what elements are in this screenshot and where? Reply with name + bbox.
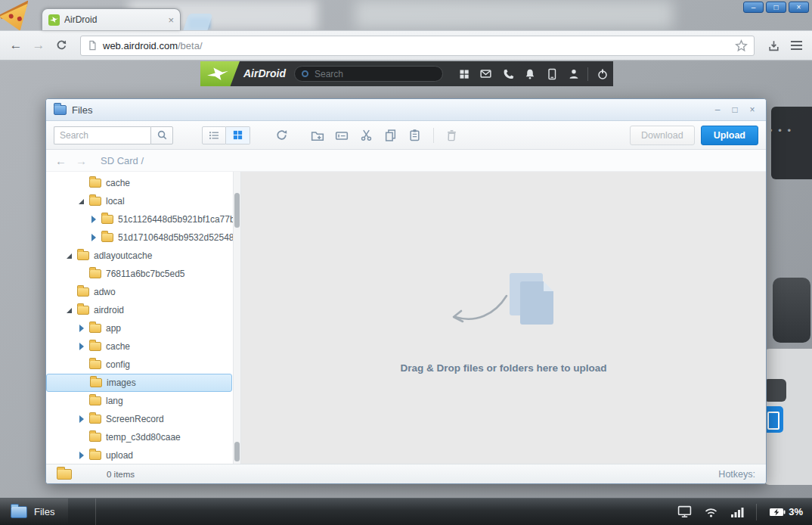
upload-button[interactable]: Upload xyxy=(701,126,758,145)
browser-downloads-button[interactable] xyxy=(764,36,783,55)
grid-view-button[interactable] xyxy=(226,126,250,144)
files-window-title: Files xyxy=(72,104,706,116)
tab-close-icon[interactable]: × xyxy=(168,15,174,25)
tree-item-temp_c3dd80caae[interactable]: temp_c3dd80caae xyxy=(46,428,232,446)
expand-toggle-icon[interactable] xyxy=(76,323,87,334)
expand-toggle-icon[interactable] xyxy=(76,450,87,461)
folder-tree[interactable]: cachelocal51c1126448d5b921bf1ca77b.zip51… xyxy=(46,172,241,464)
tree-item-upload[interactable]: upload xyxy=(46,446,232,464)
tree-item-ScreenRecord[interactable]: ScreenRecord xyxy=(46,410,232,428)
browser-forward-button[interactable]: → xyxy=(29,36,48,55)
tree-item-label: app xyxy=(106,323,121,334)
folder-icon xyxy=(89,451,101,460)
expand-toggle-icon[interactable] xyxy=(88,214,99,225)
copy-button[interactable] xyxy=(380,126,400,145)
files-close-button[interactable]: × xyxy=(746,104,758,115)
toggle-spacer xyxy=(64,287,75,297)
dropzone-illustration xyxy=(443,273,564,337)
tree-item-images[interactable]: images xyxy=(46,374,232,392)
files-search-button[interactable] xyxy=(150,126,173,144)
account-button[interactable] xyxy=(563,61,584,86)
files-minimize-button[interactable]: – xyxy=(711,104,724,115)
expand-toggle-icon[interactable] xyxy=(76,196,87,207)
browser-tab-airdroid[interactable]: AirDroid × xyxy=(42,8,181,30)
expand-toggle-icon[interactable] xyxy=(76,341,87,352)
window-close-button[interactable]: × xyxy=(789,2,809,13)
taskbar-app-files[interactable]: Files xyxy=(0,499,68,525)
browser-back-button[interactable]: ← xyxy=(6,36,26,55)
cut-button[interactable] xyxy=(356,126,376,145)
files-main: cachelocal51c1126448d5b921bf1ca77b.zip51… xyxy=(46,172,766,464)
scrollbar-thumb[interactable] xyxy=(234,442,240,461)
hotkeys-label[interactable]: Hotkeys: xyxy=(718,469,755,480)
battery-percent: 3% xyxy=(789,506,803,517)
battery-indicator[interactable]: 3% xyxy=(769,506,803,517)
toggle-spacer xyxy=(77,377,88,388)
breadcrumb-path[interactable]: SD Card / xyxy=(101,155,144,166)
tree-item-local[interactable]: local xyxy=(46,192,232,210)
breadcrumb-forward-button[interactable]: → xyxy=(76,154,87,167)
window-maximize-button[interactable]: □ xyxy=(766,2,786,13)
scrollbar-thumb[interactable] xyxy=(234,193,240,228)
tree-item-adlayoutcache[interactable]: adlayoutcache xyxy=(46,247,232,265)
delete-button[interactable] xyxy=(442,126,461,145)
header-icons xyxy=(453,61,613,86)
files-titlebar[interactable]: Files – □ × xyxy=(46,99,766,121)
reload-icon xyxy=(55,39,67,51)
tree-item-app[interactable]: app xyxy=(46,319,232,337)
address-bar[interactable]: web.airdroid.com/beta/ xyxy=(80,36,755,56)
tree-item-51d1710648d5b9532d52548d.zip[interactable]: 51d1710648d5b9532d52548d.zip xyxy=(46,228,232,247)
url-text: web.airdroid.com/beta/ xyxy=(103,40,203,51)
bookmark-star-icon[interactable] xyxy=(735,39,748,52)
expand-toggle-icon[interactable] xyxy=(64,250,75,261)
toolbar-divider xyxy=(433,128,434,143)
tree-item-cache[interactable]: cache xyxy=(46,337,232,356)
signal-bars-icon[interactable] xyxy=(730,506,744,518)
browser-toolbar: ← → web.airdroid.com/beta/ xyxy=(0,30,812,61)
display-icon[interactable] xyxy=(677,505,692,518)
messages-button[interactable] xyxy=(475,61,497,86)
tree-item-adwo[interactable]: adwo xyxy=(46,283,232,301)
tree-item-airdroid[interactable]: airdroid xyxy=(46,301,232,319)
tree-item-config[interactable]: config xyxy=(46,356,232,374)
new-folder-button[interactable] xyxy=(308,126,327,145)
expand-toggle-icon[interactable] xyxy=(88,232,99,243)
trash-icon xyxy=(445,129,458,141)
power-button[interactable] xyxy=(591,61,613,86)
rename-button[interactable] xyxy=(332,126,352,145)
apps-grid-button[interactable] xyxy=(453,61,475,86)
tree-item-lang[interactable]: lang xyxy=(46,392,232,410)
download-button[interactable]: Download xyxy=(630,126,695,145)
expand-toggle-icon[interactable] xyxy=(64,305,75,315)
tree-item-51c1126448d5b921bf1ca77b.zip[interactable]: 51c1126448d5b921bf1ca77b.zip xyxy=(46,210,232,228)
refresh-button[interactable] xyxy=(271,126,291,145)
calls-button[interactable] xyxy=(497,61,519,86)
files-maximize-button[interactable]: □ xyxy=(729,104,741,115)
expand-toggle-icon[interactable] xyxy=(76,414,87,424)
files-search-input[interactable] xyxy=(54,126,150,144)
device-button[interactable] xyxy=(541,61,563,86)
browser-reload-button[interactable] xyxy=(51,36,71,55)
tree-item-cache[interactable]: cache xyxy=(46,174,232,192)
paste-button[interactable] xyxy=(404,126,424,145)
files-toolbar: Download Upload xyxy=(46,121,766,150)
dropzone-text: Drag & Drop files or folders here to upl… xyxy=(400,362,606,374)
header-search-input[interactable]: Search xyxy=(294,66,443,82)
breadcrumb-back-button[interactable]: ← xyxy=(55,154,67,167)
list-view-button[interactable] xyxy=(202,126,226,144)
tree-item-label: local xyxy=(106,196,125,207)
dropzone[interactable]: Drag & Drop files or folders here to upl… xyxy=(241,172,766,464)
tree-item-label: config xyxy=(106,359,130,370)
window-minimize-button[interactable]: – xyxy=(743,2,764,13)
person-icon xyxy=(568,68,580,80)
tree-scrollbar[interactable] xyxy=(233,172,240,464)
tree-item-76811a6bc7bc5ed5[interactable]: 76811a6bc7bc5ed5 xyxy=(46,265,232,283)
notifications-button[interactable] xyxy=(519,61,541,86)
toggle-spacer xyxy=(76,432,87,443)
wifi-icon[interactable] xyxy=(704,506,718,518)
maximize-icon: □ xyxy=(773,3,778,12)
browser-menu-button[interactable] xyxy=(786,36,806,55)
tree-item-label: lang xyxy=(106,396,123,406)
tree-item-label: temp_c3dd80caae xyxy=(106,432,181,443)
new-tab-button[interactable] xyxy=(183,14,212,30)
